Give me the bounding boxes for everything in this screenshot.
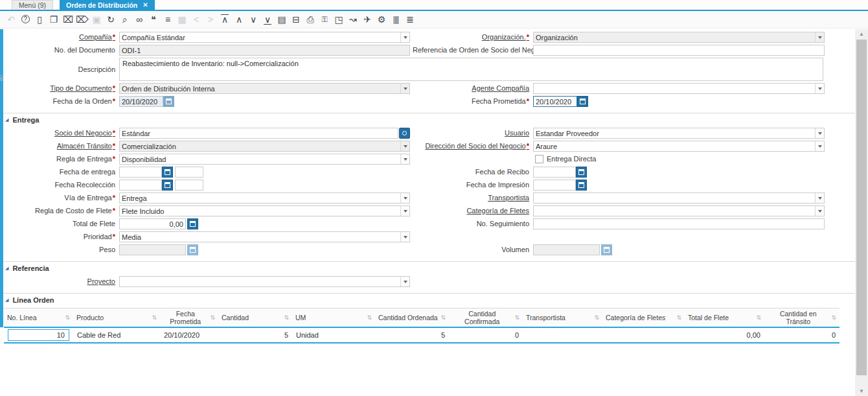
sort-icon[interactable]: ⇅ xyxy=(152,314,157,321)
attachment-icon[interactable]: ∞ xyxy=(132,12,146,27)
scroll-up-icon[interactable]: ▲ xyxy=(855,29,868,39)
prioridad-dropdown-button[interactable] xyxy=(400,232,409,242)
column-header-cantidad-transito[interactable]: Cantidad en Tránsito⇅ xyxy=(764,309,839,328)
fecha-prometida-input[interactable] xyxy=(534,97,577,106)
column-header-um[interactable]: UM⇅ xyxy=(292,309,375,328)
cell-cantidad-ordenada[interactable]: 5 xyxy=(375,327,449,343)
categoria-fletes-dropdown-button[interactable] xyxy=(815,206,824,216)
column-header-cantidad-ordenada[interactable]: Cantidad Ordenada⇅ xyxy=(375,309,449,328)
tipo-documento-input[interactable] xyxy=(120,84,400,93)
settings-icon[interactable]: ⚙ xyxy=(374,12,389,27)
print-icon[interactable]: ⎙ xyxy=(303,12,317,27)
send-mail-icon[interactable]: ✈ xyxy=(360,12,374,27)
print-preview-icon[interactable]: ◳ xyxy=(332,12,346,27)
sort-icon[interactable]: ⇅ xyxy=(676,314,681,321)
field-label-usuario[interactable]: Usuario xyxy=(413,128,533,139)
parent-record-icon[interactable]: ∧ xyxy=(232,12,246,27)
cell-cantidad[interactable]: 5 xyxy=(218,327,292,343)
cell-total-flete[interactable]: 0,00 xyxy=(685,327,764,343)
fecha-recoleccion-time-input[interactable] xyxy=(176,180,203,190)
sort-icon[interactable]: ⇅ xyxy=(514,314,520,321)
tipo-documento-dropdown-button[interactable] xyxy=(400,84,409,93)
transportista-input[interactable] xyxy=(534,193,815,203)
sort-icon[interactable]: ⇅ xyxy=(440,314,446,321)
sort-icon[interactable]: ⇅ xyxy=(594,314,599,321)
field-label-tipo-documento[interactable]: Tipo de Documento* xyxy=(4,83,119,94)
delete-record-icon[interactable]: ⌧ xyxy=(61,12,75,27)
no-documento-input[interactable] xyxy=(120,45,409,55)
via-entrega-input[interactable] xyxy=(120,193,400,203)
lock-icon[interactable]: ⚿ xyxy=(317,12,332,27)
delete-selection-icon[interactable]: ⌦ xyxy=(75,12,89,27)
cell-fecha-prometida[interactable]: 20/10/2020 xyxy=(160,327,218,343)
regla-costo-flete-input[interactable] xyxy=(120,206,400,216)
fecha-impresion-input[interactable] xyxy=(534,180,575,190)
sort-icon[interactable]: ⇅ xyxy=(210,314,215,321)
help-icon[interactable]: ? xyxy=(18,12,32,27)
archive-icon[interactable]: ⊟ xyxy=(289,12,303,27)
direccion-socio-dropdown-button[interactable] xyxy=(815,141,824,151)
descripcion-textarea[interactable]: Reabastecimiento de Inventario: null->Co… xyxy=(119,58,823,81)
last-record-icon[interactable]: ∨ xyxy=(260,12,275,27)
grid-toggle-icon[interactable]: ≡ xyxy=(161,12,175,27)
sort-icon[interactable]: ⇅ xyxy=(831,314,836,321)
sort-icon[interactable]: ⇅ xyxy=(65,314,70,321)
scrollbar-thumb[interactable] xyxy=(856,40,867,375)
cell-no-linea[interactable]: 10 xyxy=(8,329,69,341)
compania-dropdown-button[interactable] xyxy=(400,32,409,42)
transportista-dropdown-button[interactable] xyxy=(815,193,824,203)
vertical-scrollbar[interactable]: ▲ ▼ xyxy=(855,29,868,396)
cell-transportista[interactable] xyxy=(523,327,602,343)
organizacion-dropdown-button[interactable] xyxy=(815,32,824,42)
cell-categoria-fletes[interactable] xyxy=(602,327,685,343)
total-flete-calculator-button[interactable] xyxy=(187,218,198,229)
column-header-producto[interactable]: Producto⇅ xyxy=(73,309,160,328)
regla-entrega-dropdown-button[interactable] xyxy=(400,154,409,164)
fecha-entrega-input[interactable] xyxy=(120,167,161,177)
field-label-proyecto[interactable]: Proyecto xyxy=(4,276,119,287)
barcode-icon[interactable]: |||| xyxy=(389,12,403,27)
proyecto-dropdown-button[interactable] xyxy=(400,277,409,286)
refresh-icon[interactable]: ↻ xyxy=(104,12,118,27)
copy-record-icon[interactable]: ❐ xyxy=(47,12,61,27)
resize-handle-icon[interactable] xyxy=(0,75,3,81)
new-record-icon[interactable]: ▯ xyxy=(32,12,47,27)
sort-icon[interactable]: ⇅ xyxy=(284,314,289,321)
collapse-section-icon[interactable]: ◢ xyxy=(5,297,8,303)
document-text-icon[interactable]: ≣ xyxy=(403,12,417,27)
close-tab-icon[interactable]: ✕ xyxy=(143,1,148,8)
direccion-socio-input[interactable] xyxy=(534,141,815,151)
field-label-socio-negocio[interactable]: Socio del Negocio* xyxy=(4,128,119,139)
entrega-directa-checkbox[interactable] xyxy=(535,155,543,163)
fecha-prometida-calendar-button[interactable] xyxy=(577,96,588,107)
column-header-cantidad[interactable]: Cantidad⇅ xyxy=(218,309,292,328)
fecha-entrega-calendar-button[interactable] xyxy=(162,167,173,178)
total-flete-input[interactable] xyxy=(120,219,185,229)
sort-icon[interactable]: ⇅ xyxy=(756,314,761,321)
agente-compania-input[interactable] xyxy=(534,84,815,93)
column-header-no-linea[interactable]: No. Línea⇅ xyxy=(4,309,73,328)
detail-record-icon[interactable]: ∨ xyxy=(246,12,260,27)
business-partner-search-button[interactable] xyxy=(399,128,410,139)
socio-negocio-input[interactable] xyxy=(120,128,398,138)
cell-producto[interactable]: Cable de Red xyxy=(73,327,160,343)
table-row[interactable]: 10 Cable de Red 20/10/2020 5 Unidad 5 0 … xyxy=(4,327,839,343)
usuario-input[interactable] xyxy=(534,128,815,138)
field-label-categoria-fletes[interactable]: Categoría de Fletes xyxy=(413,205,533,216)
chat-icon[interactable]: ❝ xyxy=(146,12,161,27)
fecha-recoleccion-calendar-button[interactable] xyxy=(162,180,173,191)
cell-cantidad-transito[interactable]: 0 xyxy=(764,327,839,343)
fecha-recoleccion-input[interactable] xyxy=(120,180,161,190)
field-label-organizacion[interactable]: Organización.* xyxy=(413,32,533,43)
collapse-section-icon[interactable]: ◢ xyxy=(5,266,8,271)
usuario-dropdown-button[interactable] xyxy=(815,128,824,138)
column-header-cantidad-confirmada[interactable]: Cantidad Confirmada⇅ xyxy=(449,309,523,328)
field-label-direccion-socio[interactable]: Dirección del Socio del Negocio* xyxy=(413,141,533,152)
column-header-categoria-fletes[interactable]: Categoría de Fletes⇅ xyxy=(602,309,685,328)
column-header-transportista[interactable]: Transportista⇅ xyxy=(523,309,602,328)
categoria-fletes-input[interactable] xyxy=(534,206,815,216)
fecha-recibo-calendar-button[interactable] xyxy=(576,167,587,178)
no-seguimiento-input[interactable] xyxy=(534,219,824,229)
first-record-icon[interactable]: ∧ xyxy=(218,12,232,27)
collapse-section-icon[interactable]: ◢ xyxy=(5,117,8,122)
